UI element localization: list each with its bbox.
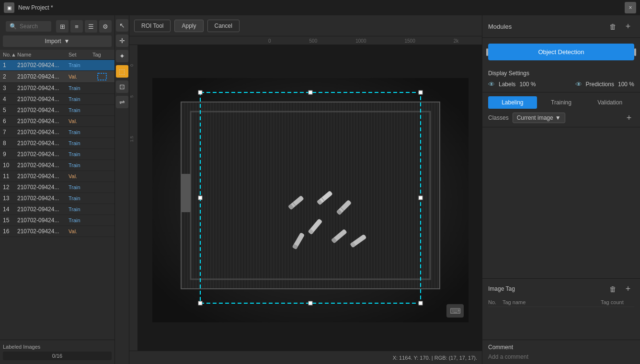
search-icon: 🔍 <box>10 23 17 30</box>
dropdown-arrow-icon: ▼ <box>64 38 70 45</box>
classes-area <box>482 127 640 278</box>
tab-training[interactable]: Training <box>537 96 586 109</box>
dropdown-chevron-icon: ▼ <box>555 114 561 121</box>
view-tabs: Labeling Training Validation <box>488 96 634 109</box>
search-bar[interactable]: 🔍 <box>6 21 51 32</box>
table-row[interactable]: 13210702-09424...Train <box>0 193 114 204</box>
coord-display: X: 1164. Y: 170. | RGB: (17, 17, 17). <box>393 355 477 361</box>
labels-label: Labels <box>499 81 515 88</box>
col-name: Name <box>17 52 69 57</box>
keyboard-icon[interactable]: ⌨ <box>446 304 464 318</box>
svg-rect-31 <box>198 196 202 200</box>
tag-col-no: No. <box>488 299 503 305</box>
table-row[interactable]: 15210702-09424...Train <box>0 215 114 226</box>
classes-row: Classes Current image ▼ + <box>482 109 640 127</box>
tag-table-header: No. Tag name Tag count <box>488 298 634 307</box>
list-icon[interactable]: ☰ <box>85 20 97 33</box>
table-row[interactable]: 8210702-09424...Train <box>0 138 114 149</box>
main-image-svg <box>152 78 469 322</box>
delete-module-button[interactable]: 🗑 <box>606 20 619 33</box>
filter-icon[interactable]: ≡ <box>70 20 83 33</box>
import-label: Import <box>45 38 61 45</box>
apply-button[interactable]: Apply <box>174 20 203 32</box>
table-row[interactable]: 14210702-09424...Train <box>0 204 114 215</box>
table-row[interactable]: 11210702-09424...Val. <box>0 171 114 182</box>
svg-rect-32 <box>419 196 423 200</box>
vertical-ruler: 0 5 1.5 <box>129 45 138 351</box>
table-row[interactable]: 10210702-09424...Train <box>0 160 114 171</box>
table-row[interactable]: 9210702-09424...Train <box>0 149 114 160</box>
table-row[interactable]: 1 210702-09424... Train <box>0 60 114 71</box>
current-image-dropdown[interactable]: Current image ▼ <box>513 113 565 123</box>
image-tag-header: Image Tag 🗑 + <box>488 283 634 295</box>
labels-eye-icon[interactable]: 👁 <box>488 80 495 88</box>
tool-strip: ↖ ✛ ✦ ⬚ ⊡ ⇌ <box>115 15 129 364</box>
settings-icon[interactable]: ⚙ <box>99 20 112 33</box>
transform-tool[interactable]: ⇌ <box>116 96 128 108</box>
right-panel: Modules 🗑 + Object Detection Display Set… <box>482 15 640 364</box>
title-bar: ▣ New Project * × <box>0 0 640 15</box>
left-panel: 🔍 ⊞ ≡ ☰ ⚙ Import ▼ No.▲ Name Set Tag 1 2… <box>0 15 115 364</box>
right-nub <box>634 48 636 56</box>
object-detection-button[interactable]: Object Detection <box>488 44 634 60</box>
left-nub <box>486 48 488 56</box>
predictions-eye-icon[interactable]: 👁 <box>575 80 582 88</box>
image-viewport: ⌨ <box>152 78 469 322</box>
close-button[interactable]: × <box>625 2 636 13</box>
labels-percent: 100 % <box>519 81 536 88</box>
table-row[interactable]: 12210702-09424...Train <box>0 182 114 193</box>
tab-validation[interactable]: Validation <box>585 96 634 109</box>
predictions-label: Predictions <box>586 81 614 88</box>
modules-title: Modules <box>488 23 512 30</box>
table-row[interactable]: 16210702-09424...Val. <box>0 226 114 237</box>
classes-label: Classes <box>488 114 509 121</box>
cancel-button[interactable]: Cancel <box>207 20 240 32</box>
window-title: New Project * <box>18 4 625 11</box>
table-row[interactable]: 4210702-09424...Train <box>0 94 114 105</box>
add-module-button[interactable]: + <box>622 20 634 33</box>
modules-header: Modules 🗑 + <box>482 15 640 38</box>
horizontal-ruler: 0 500 1000 1500 2k <box>129 36 482 45</box>
import-button[interactable]: Import ▼ <box>3 35 112 47</box>
add-class-button[interactable]: + <box>624 113 634 123</box>
table-row[interactable]: 6210702-09424...Val. <box>0 116 114 127</box>
delete-tag-button[interactable]: 🗑 <box>606 283 619 295</box>
tab-labeling[interactable]: Labeling <box>488 96 537 109</box>
pointer-tool[interactable]: ↖ <box>116 19 128 32</box>
roi-icon <box>97 73 107 80</box>
comment-section: Comment <box>482 340 640 364</box>
col-tag: Tag <box>92 52 112 57</box>
tag-table-empty <box>488 307 634 336</box>
table-row[interactable]: 2 210702-09424... Val. <box>0 71 114 83</box>
col-set: Set <box>69 52 92 57</box>
status-bar: X: 1164. Y: 170. | RGB: (17, 17, 17). <box>129 351 482 364</box>
add-tag-button[interactable]: + <box>622 283 634 295</box>
labeled-images-count: 0/16 <box>3 352 112 360</box>
comment-title: Comment <box>488 344 634 351</box>
svg-rect-4 <box>181 102 440 289</box>
label-tool[interactable]: ⊡ <box>116 80 128 93</box>
table-row[interactable]: 3210702-09424...Train <box>0 83 114 94</box>
magic-wand-tool[interactable]: ✦ <box>116 50 128 62</box>
current-image-label: Current image <box>517 114 553 121</box>
tag-col-name: Tag name <box>503 299 601 305</box>
tag-col-count: Tag count <box>601 299 634 305</box>
image-filter-icon[interactable]: ⊞ <box>56 20 69 33</box>
center-panel: ROI Tool Apply Cancel 0 500 1000 1500 2k… <box>129 15 482 364</box>
roi-tool[interactable]: ⬚ <box>116 65 128 78</box>
table-header: No.▲ Name Set Tag <box>0 50 114 60</box>
labels-row: 👁 Labels 100 % 👁 Predictions 100 % <box>488 80 634 88</box>
svg-rect-26 <box>419 91 423 94</box>
table-row[interactable]: 7210702-09424...Train <box>0 127 114 138</box>
comment-input[interactable] <box>488 353 634 360</box>
labeled-images-label: Labeled Images <box>3 344 112 350</box>
search-input[interactable] <box>20 23 47 30</box>
table-row[interactable]: 5210702-09424...Train <box>0 105 114 116</box>
display-settings-title: Display Settings <box>488 70 634 77</box>
roi-tool-button[interactable]: ROI Tool <box>134 20 171 32</box>
center-toolbar: ROI Tool Apply Cancel <box>129 15 482 36</box>
image-tag-section: Image Tag 🗑 + No. Tag name Tag count <box>482 278 640 340</box>
crosshair-tool[interactable]: ✛ <box>116 34 128 47</box>
svg-rect-25 <box>198 91 202 94</box>
canvas-area[interactable]: 0 5 1.5 <box>129 45 482 351</box>
